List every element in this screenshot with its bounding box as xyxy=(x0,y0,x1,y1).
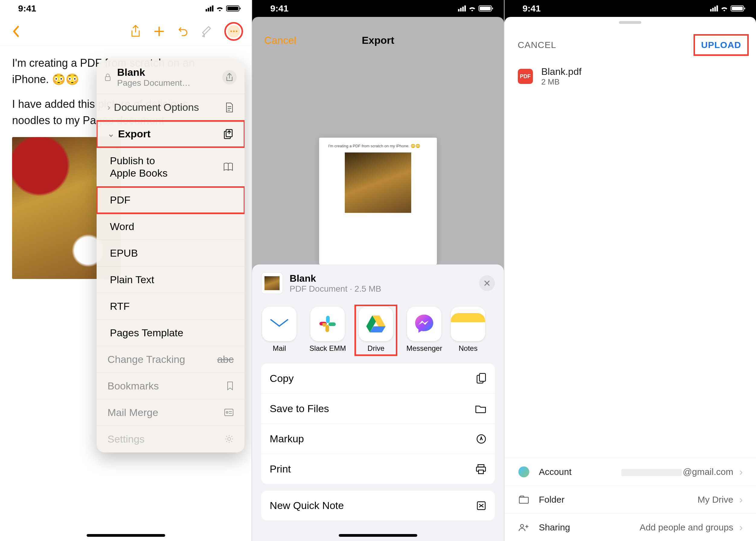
svg-point-4 xyxy=(226,411,228,413)
document-options-label: Document Options xyxy=(114,101,199,113)
document-icon xyxy=(225,102,234,113)
email-blurred xyxy=(621,469,682,476)
upload-file-name: Blank.pdf xyxy=(541,66,581,77)
settings-row[interactable]: Settings xyxy=(97,426,245,452)
share-sheet: Blank PDF Document · 2.5 MB Mail xyxy=(252,265,503,541)
action-print[interactable]: Print xyxy=(261,454,494,484)
status-time: 9:41 xyxy=(18,3,36,14)
notes-icon xyxy=(451,307,485,341)
action-copy[interactable]: Copy xyxy=(261,363,494,394)
close-button[interactable] xyxy=(479,275,495,291)
bookmarks-label: Bookmarks xyxy=(108,380,159,392)
folder-icon xyxy=(518,495,530,504)
header-share-button[interactable] xyxy=(222,70,237,85)
lock-icon xyxy=(105,73,111,82)
account-value: @gmail.com xyxy=(621,467,733,477)
drive-icon xyxy=(359,307,393,341)
document-options-row[interactable]: › Document Options xyxy=(97,94,245,121)
more-button-highlight xyxy=(224,22,243,41)
cancel-button[interactable]: CANCEL xyxy=(518,40,556,50)
undo-button[interactable] xyxy=(175,24,190,39)
status-icons xyxy=(458,5,492,11)
folder-row[interactable]: Folder My Drive › xyxy=(504,485,756,513)
upload-file-size: 2 MB xyxy=(541,77,581,87)
chevron-right-icon: › xyxy=(739,521,743,533)
print-icon xyxy=(475,464,486,474)
document-menu-dropdown: Blank Pages Document… › Document Options… xyxy=(97,60,245,452)
export-label: Export xyxy=(118,128,151,140)
settings-label: Settings xyxy=(108,433,145,445)
cellular-icon xyxy=(458,5,466,11)
app-drive-highlight[interactable]: Drive xyxy=(356,306,396,354)
wifi-icon xyxy=(216,5,224,11)
svg-rect-6 xyxy=(270,318,289,330)
markup-label: Markup xyxy=(270,433,304,445)
action-quick-note[interactable]: New Quick Note xyxy=(261,491,494,520)
export-epub-row[interactable]: EPUB xyxy=(97,240,245,267)
back-button[interactable] xyxy=(8,24,23,39)
action-save-files[interactable]: Save to Files xyxy=(261,394,494,424)
app-mail-label: Mail xyxy=(273,344,286,352)
print-label: Print xyxy=(270,463,291,475)
bookmarks-row[interactable]: Bookmarks xyxy=(97,373,245,399)
export-template-row[interactable]: Pages Template xyxy=(97,320,245,346)
slack-icon xyxy=(311,307,345,341)
svg-rect-9 xyxy=(326,325,329,332)
doc-title: Blank xyxy=(117,66,216,78)
change-tracking-row[interactable]: Change Tracking abc xyxy=(97,346,245,373)
action-markup[interactable]: Markup xyxy=(261,424,494,454)
more-button[interactable] xyxy=(227,25,240,38)
app-notes[interactable]: Notes xyxy=(454,307,481,352)
rtf-label: RTF xyxy=(110,300,130,312)
export-rtf-row[interactable]: RTF xyxy=(97,293,245,320)
publish-apple-books-row[interactable]: Publish to Apple Books xyxy=(97,147,245,187)
share-icon[interactable] xyxy=(128,24,143,39)
bookmark-icon xyxy=(227,381,234,390)
app-slack-label: Slack EMM xyxy=(310,344,346,352)
battery-icon xyxy=(478,5,492,11)
share-file-meta: PDF Document · 2.5 MB xyxy=(290,284,381,294)
svg-rect-0 xyxy=(105,77,110,81)
svg-point-5 xyxy=(228,437,231,440)
svg-rect-18 xyxy=(519,497,528,503)
epub-label: EPUB xyxy=(110,247,138,259)
mail-merge-row[interactable]: Mail Merge xyxy=(97,399,245,426)
save-files-label: Save to Files xyxy=(270,403,329,414)
svg-rect-8 xyxy=(329,322,336,326)
export-row[interactable]: ⌄ Export xyxy=(97,121,245,147)
mail-icon xyxy=(262,307,297,341)
chevron-right-icon: › xyxy=(739,494,743,505)
chevron-right-icon: › xyxy=(108,103,110,112)
app-mail[interactable]: Mail xyxy=(261,307,298,352)
drag-handle[interactable] xyxy=(619,21,641,24)
panel-drive-upload: 9:41 CANCEL UPLOAD PDF Blank.pdf 2 MB xyxy=(504,0,756,541)
upload-button[interactable]: UPLOAD xyxy=(701,40,741,50)
preview-text: I'm creating a PDF from scratch on my iP… xyxy=(328,144,428,148)
upload-file-row[interactable]: PDF Blank.pdf 2 MB xyxy=(504,61,756,92)
format-brush-icon[interactable] xyxy=(199,24,214,39)
account-row[interactable]: Account @gmail.com › xyxy=(504,458,756,485)
app-drive-label: Drive xyxy=(368,344,384,352)
book-icon xyxy=(223,163,234,172)
gear-icon xyxy=(225,434,234,443)
dropdown-header: Blank Pages Document… xyxy=(97,60,245,94)
export-plaintext-row[interactable]: Plain Text xyxy=(97,267,245,293)
add-button[interactable] xyxy=(152,24,166,39)
app-messenger[interactable]: Messenger xyxy=(406,307,442,352)
svg-point-19 xyxy=(520,524,523,527)
home-indicator xyxy=(87,534,165,537)
export-word-row[interactable]: Word xyxy=(97,214,245,240)
pdf-icon: PDF xyxy=(518,69,533,84)
panel-pages-export-menu: 9:41 xyxy=(0,0,252,541)
plaintext-label: Plain Text xyxy=(110,274,154,285)
change-tracking-label: Change Tracking xyxy=(108,353,185,365)
status-icons xyxy=(206,5,240,11)
nav-toolbar xyxy=(0,17,252,46)
sharing-value: Add people and groups xyxy=(639,522,733,533)
cancel-button[interactable]: Cancel xyxy=(264,34,296,46)
app-slack[interactable]: Slack EMM xyxy=(310,307,346,352)
sharing-row[interactable]: Sharing Add people and groups › xyxy=(504,513,756,541)
svg-rect-12 xyxy=(479,373,485,381)
export-pdf-row[interactable]: PDF xyxy=(97,187,245,214)
preview-image xyxy=(345,153,411,213)
